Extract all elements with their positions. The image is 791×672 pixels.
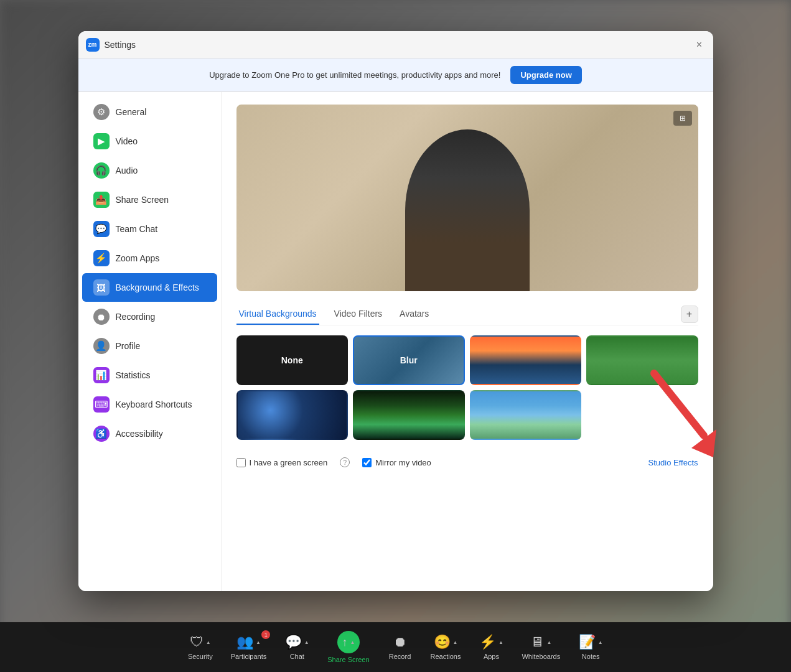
sidebar-item-zoom-apps[interactable]: ⚡Zoom Apps bbox=[82, 244, 217, 273]
reactions-label: Reactions bbox=[431, 653, 461, 660]
green-screen-label: I have a green screen bbox=[250, 458, 328, 467]
sidebar-label-recording: Recording bbox=[116, 312, 156, 322]
taskbar-record[interactable]: ⏺ Record bbox=[378, 629, 422, 665]
sidebar-icon-general: ⚙ bbox=[93, 104, 110, 120]
sidebar-item-accessibility[interactable]: ♿Accessibility bbox=[82, 419, 217, 448]
whiteboards-label: Whiteboards bbox=[522, 653, 560, 660]
taskbar-apps[interactable]: ⚡▲ Apps bbox=[469, 629, 513, 665]
tab-avatars[interactable]: Avatars bbox=[397, 304, 431, 325]
tab-video-filters[interactable]: Video Filters bbox=[332, 304, 385, 325]
settings-window: zm Settings × Upgrade to Zoom One Pro to… bbox=[78, 31, 713, 591]
sidebar-label-audio: Audio bbox=[116, 166, 138, 175]
sidebar-icon-keyboard-shortcuts: ⌨ bbox=[93, 396, 110, 413]
apps-label: Apps bbox=[484, 653, 499, 660]
close-button[interactable]: × bbox=[693, 39, 706, 51]
notes-label: Notes bbox=[582, 653, 600, 660]
background-none-label: None bbox=[238, 337, 347, 384]
share-screen-label: Share Screen bbox=[327, 656, 369, 663]
sidebar-icon-background-effects: 🖼 bbox=[93, 279, 110, 296]
security-icon: 🛡▲ bbox=[190, 634, 211, 650]
studio-effects-link[interactable]: Studio Effects bbox=[648, 458, 698, 467]
record-label: Record bbox=[389, 653, 411, 660]
taskbar-notes[interactable]: 📝▲ Notes bbox=[569, 629, 612, 665]
taskbar-participants[interactable]: 👥▲ Participants 1 bbox=[222, 629, 275, 665]
background-none[interactable]: None bbox=[236, 335, 349, 385]
taskbar-whiteboards[interactable]: 🖥▲ Whiteboards bbox=[513, 629, 569, 665]
bottom-options: I have a green screen ? Mirror my video … bbox=[236, 452, 698, 467]
sidebar-label-zoom-apps: Zoom Apps bbox=[116, 253, 160, 263]
sidebar-item-share-screen[interactable]: 📤Share Screen bbox=[82, 185, 217, 214]
sidebar-label-profile: Profile bbox=[116, 341, 141, 351]
window-title: Settings bbox=[105, 40, 693, 50]
whiteboards-icon: 🖥▲ bbox=[530, 634, 551, 650]
upgrade-button[interactable]: Upgrade now bbox=[510, 66, 581, 84]
mirror-video-option[interactable]: Mirror my video bbox=[362, 458, 431, 467]
preview-toggle-button[interactable]: ⊞ bbox=[673, 111, 692, 126]
video-preview: ⊞ bbox=[236, 105, 698, 291]
sidebar-icon-zoom-apps: ⚡ bbox=[93, 250, 110, 266]
sidebar-item-profile[interactable]: 👤Profile bbox=[82, 332, 217, 360]
add-background-button[interactable]: + bbox=[681, 306, 698, 323]
upgrade-banner: Upgrade to Zoom One Pro to get unlimited… bbox=[78, 58, 713, 92]
participants-icon: 👥▲ bbox=[236, 634, 261, 650]
taskbar-share-screen[interactable]: ↑▲ Share Screen bbox=[319, 626, 378, 668]
green-screen-help-icon[interactable]: ? bbox=[340, 457, 350, 467]
background-blur-label: Blur bbox=[354, 337, 464, 384]
mirror-video-checkbox[interactable] bbox=[362, 458, 372, 467]
content-area: ⚙General▶Video🎧Audio📤Share Screen💬Team C… bbox=[78, 92, 713, 591]
notes-icon: 📝▲ bbox=[579, 634, 603, 650]
main-panel: ⊞ Virtual Backgrounds Video Filters Avat… bbox=[222, 92, 713, 591]
sidebar-label-general: General bbox=[116, 107, 147, 117]
security-label: Security bbox=[188, 653, 213, 660]
sidebar: ⚙General▶Video🎧Audio📤Share Screen💬Team C… bbox=[78, 92, 222, 591]
title-bar: zm Settings × bbox=[78, 31, 713, 58]
sidebar-icon-statistics: 📊 bbox=[93, 367, 110, 383]
apps-icon: ⚡▲ bbox=[479, 634, 503, 650]
record-icon: ⏺ bbox=[393, 634, 407, 650]
banner-text: Upgrade to Zoom One Pro to get unlimited… bbox=[209, 70, 500, 80]
share-screen-icon: ↑▲ bbox=[337, 631, 360, 653]
sidebar-item-general[interactable]: ⚙General bbox=[82, 98, 217, 126]
sidebar-label-accessibility: Accessibility bbox=[116, 429, 163, 439]
taskbar-security[interactable]: 🛡▲ Security bbox=[179, 629, 222, 665]
chat-label: Chat bbox=[290, 653, 304, 660]
sidebar-label-video: Video bbox=[116, 136, 138, 146]
sidebar-icon-accessibility: ♿ bbox=[93, 426, 110, 442]
participants-badge: 1 bbox=[261, 630, 270, 639]
sidebar-label-keyboard-shortcuts: Keyboard Shortcuts bbox=[116, 399, 192, 409]
background-bridge[interactable] bbox=[470, 335, 582, 385]
tabs-container: Virtual Backgrounds Video Filters Avatar… bbox=[236, 304, 698, 325]
sidebar-item-audio[interactable]: 🎧Audio bbox=[82, 156, 217, 185]
sidebar-item-video[interactable]: ▶Video bbox=[82, 127, 217, 156]
sidebar-item-team-chat[interactable]: 💬Team Chat bbox=[82, 215, 217, 243]
taskbar-reactions[interactable]: 😊▲ Reactions bbox=[422, 629, 470, 665]
sidebar-label-statistics: Statistics bbox=[116, 370, 151, 380]
background-earth[interactable] bbox=[236, 390, 349, 440]
green-screen-option[interactable]: I have a green screen bbox=[236, 458, 328, 467]
sidebar-label-background-effects: Background & Effects bbox=[116, 282, 199, 292]
taskbar: 🛡▲ Security 👥▲ Participants 1 💬▲ Chat ↑▲… bbox=[0, 622, 791, 672]
zoom-logo: zm bbox=[86, 38, 100, 52]
sidebar-icon-audio: 🎧 bbox=[93, 162, 110, 179]
video-silhouette bbox=[405, 129, 530, 291]
mirror-video-label: Mirror my video bbox=[375, 458, 431, 467]
sidebar-label-team-chat: Team Chat bbox=[116, 224, 158, 234]
background-beach[interactable] bbox=[470, 390, 582, 440]
tab-virtual-backgrounds[interactable]: Virtual Backgrounds bbox=[236, 304, 319, 325]
sidebar-icon-video: ▶ bbox=[93, 133, 110, 149]
background-blur[interactable]: Blur bbox=[353, 335, 465, 385]
reactions-icon: 😊▲ bbox=[434, 634, 458, 650]
background-grass[interactable] bbox=[586, 335, 698, 385]
sidebar-icon-profile: 👤 bbox=[93, 338, 110, 354]
sidebar-item-keyboard-shortcuts[interactable]: ⌨Keyboard Shortcuts bbox=[82, 390, 217, 419]
taskbar-chat[interactable]: 💬▲ Chat bbox=[275, 629, 319, 665]
background-aurora[interactable] bbox=[353, 390, 465, 440]
sidebar-item-statistics[interactable]: 📊Statistics bbox=[82, 361, 217, 390]
sidebar-item-recording[interactable]: ⏺Recording bbox=[82, 302, 217, 331]
sidebar-icon-share-screen: 📤 bbox=[93, 192, 110, 208]
sidebar-label-share-screen: Share Screen bbox=[116, 195, 169, 205]
sidebar-icon-team-chat: 💬 bbox=[93, 221, 110, 237]
participants-label: Participants bbox=[231, 653, 266, 660]
sidebar-item-background-effects[interactable]: 🖼Background & Effects bbox=[82, 273, 217, 302]
green-screen-checkbox[interactable] bbox=[236, 458, 246, 467]
